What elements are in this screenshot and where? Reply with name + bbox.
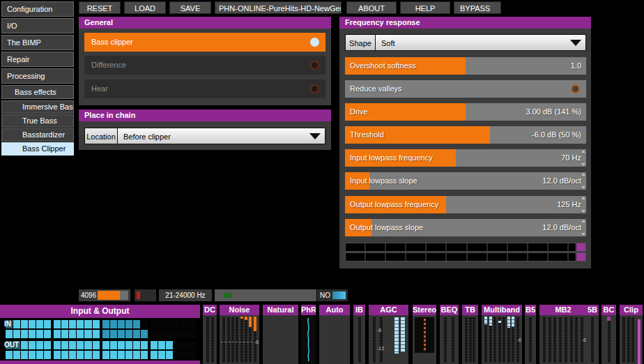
io-meter-cell — [110, 330, 117, 338]
meter-panel-header-mb2[interactable]: MB2 — [539, 305, 587, 315]
bypass-button[interactable]: BYPASS — [454, 1, 501, 14]
bass-clipper-activity-dot — [607, 317, 611, 321]
sidebar-item-immersive-bass[interactable]: Immersive Bass — [1, 100, 74, 114]
output-lowpass-frequency-slider[interactable]: Output lowpass frequency 125 Hz — [345, 196, 586, 213]
meter-panel-header-noise[interactable]: Noise — [220, 305, 259, 315]
meter-column — [222, 317, 225, 363]
meter-panel-header-tb[interactable]: TB — [462, 305, 478, 315]
spinner-down-icon[interactable] — [581, 163, 585, 166]
io-meter-cell — [77, 351, 84, 359]
meter-panel-header-dc[interactable]: DC — [203, 305, 217, 315]
radio-hear-icon[interactable] — [310, 84, 319, 93]
sidebar-item-basstardizer[interactable]: Basstardizer — [1, 128, 74, 142]
sidebar-item-processing[interactable]: Processing — [1, 68, 74, 84]
radio-bass-clipper-icon[interactable] — [310, 38, 319, 47]
no-indicator[interactable]: NO — [317, 289, 348, 301]
slider-value: 12.0 dB/oct — [542, 219, 581, 236]
io-meter-cell — [125, 330, 132, 338]
spinner-up-icon[interactable] — [581, 197, 585, 199]
meter-segment — [508, 253, 527, 261]
meter-panel-header-beq[interactable]: BEQ — [440, 305, 459, 315]
overshoot-softness-slider[interactable]: Overshoot softness 1.0 — [345, 57, 586, 75]
io-meter-cell — [174, 341, 181, 349]
meter-panel-header-b5[interactable]: B5 — [525, 305, 536, 315]
input-lowpass-frequency-slider[interactable]: Input lowpass frequency 70 Hz — [345, 149, 586, 167]
radio-reduce-valleys-icon[interactable] — [571, 84, 580, 93]
load-button[interactable]: LOAD — [124, 1, 166, 14]
io-meter-cell — [181, 351, 188, 359]
meter-panel-body: -6-12 — [369, 315, 408, 364]
io-meter-cell — [44, 341, 51, 349]
io-meter-cell — [93, 320, 100, 328]
reduce-valleys-row[interactable]: Reduce valleys — [345, 80, 586, 98]
sidebar-item-bass-effects[interactable]: Bass effects — [1, 85, 74, 99]
meter-panel-header-multiband[interactable]: Multiband — [482, 305, 522, 315]
io-meter-cell — [54, 351, 61, 359]
io-meter-title: Input & Output — [0, 305, 200, 318]
noise-orange-bar — [249, 317, 252, 327]
latency-meter[interactable] — [215, 289, 316, 301]
sidebar-item-i-o[interactable]: I/O — [1, 18, 74, 33]
meter-panel-header-5b[interactable]: 5B — [586, 305, 599, 315]
meter-column — [373, 317, 376, 363]
sidebar-item-configuration[interactable]: Configuration — [1, 1, 74, 17]
io-meter-cell — [174, 330, 181, 338]
threshold-slider[interactable]: Threshold -6.0 dB (50 %) — [345, 126, 586, 144]
spinner-up-icon[interactable] — [581, 173, 585, 176]
io-meter-cell — [151, 330, 158, 338]
meter-panel-header-bc[interactable]: BC — [601, 305, 616, 315]
meter-column — [240, 317, 243, 363]
meter-panel-header-ib[interactable]: IB — [353, 305, 365, 315]
sidebar-item-repair[interactable]: Repair — [1, 52, 74, 67]
meter-column — [473, 317, 475, 363]
io-meter-cell — [189, 341, 196, 349]
location-dropdown[interactable]: Before clipper — [117, 128, 325, 144]
meter-panel-header-stereo[interactable]: Stereo — [413, 305, 436, 315]
meter-panel-body — [462, 315, 478, 364]
about-button[interactable]: ABOUT — [346, 1, 397, 14]
meter-panel-body — [263, 315, 298, 364]
io-meter-cell — [181, 320, 188, 328]
option-difference[interactable]: Difference — [84, 56, 325, 75]
input-lowpass-slope-slider[interactable]: Input lowpass slope 12.0 dB/oct — [345, 172, 586, 190]
output-lowpass-slope-slider[interactable]: Output lowpass slope 12.0 dB/oct — [345, 219, 586, 236]
frequency-range-control[interactable]: 21-24000 Hz — [159, 289, 212, 301]
reset-button[interactable]: RESET — [79, 1, 121, 14]
meter-panel-header-auto[interactable]: Auto — [319, 305, 350, 315]
sidebar-item-true-bass[interactable]: True Bass — [1, 114, 74, 128]
meter-panel-header-clip[interactable]: Clip — [620, 305, 643, 315]
spinner-down-icon[interactable] — [581, 186, 585, 189]
meter-column — [559, 317, 562, 363]
slider-label: Overshoot softness — [350, 57, 416, 75]
meter-panel-ib: IB — [353, 305, 365, 364]
sidebar-item-bass-clipper[interactable]: Bass Clipper — [1, 142, 74, 156]
spinner-up-icon[interactable] — [581, 220, 585, 222]
option-hear[interactable]: Hear — [84, 79, 325, 98]
option-bass-clipper[interactable]: Bass clipper — [84, 33, 325, 52]
io-meter-cell — [166, 341, 173, 349]
io-meter-cell — [151, 351, 158, 359]
drive-slider[interactable]: Drive 3.00 dB (141 %) — [345, 103, 586, 121]
meter-segment — [386, 243, 405, 251]
sidebar-item-the-bimp[interactable]: The BIMP — [1, 35, 74, 50]
io-meter-cell — [36, 320, 43, 328]
meter-column — [231, 317, 234, 363]
meter-panel-header-agc[interactable]: AGC — [369, 305, 408, 315]
io-meter-cell — [158, 330, 165, 338]
radio-difference-icon[interactable] — [310, 61, 319, 70]
meter-panel-header-natural[interactable]: Natural — [263, 305, 298, 315]
cpu-meter[interactable] — [135, 289, 156, 301]
meter-panel-header-phr[interactable]: PhR — [301, 305, 316, 315]
fft-size-value: 4096 — [79, 291, 96, 299]
spinner-down-icon[interactable] — [581, 233, 585, 236]
fft-meter-rest — [120, 291, 128, 300]
meter-panel-mb2: MB2-6 — [539, 305, 587, 364]
save-button[interactable]: SAVE — [169, 1, 211, 14]
shape-dropdown[interactable]: Soft — [375, 34, 586, 51]
spinner-down-icon[interactable] — [581, 210, 585, 213]
preset-name-button[interactable]: PHN-ONLINE-PureHits-HD-NewGen-ST95 — [215, 1, 342, 14]
spinner-up-icon[interactable] — [581, 150, 585, 153]
io-meter-cell — [181, 341, 188, 349]
fft-size-control[interactable]: 4096 — [79, 289, 130, 301]
help-button[interactable]: HELP — [400, 1, 450, 14]
